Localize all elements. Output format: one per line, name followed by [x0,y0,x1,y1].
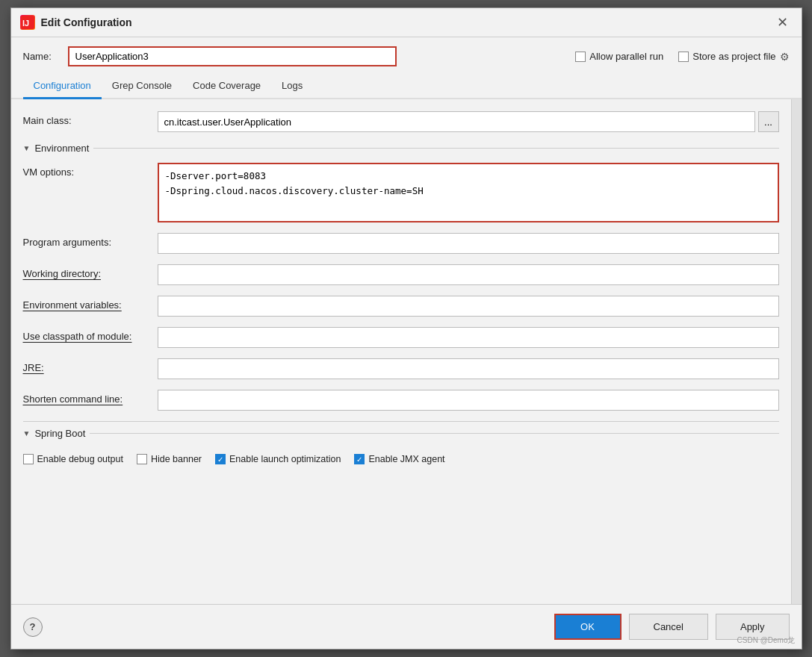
main-panel: Main class: ... ▼ Environment VM options… [11,99,791,604]
tab-code-coverage[interactable]: Code Coverage [182,74,271,99]
enable-jmx-agent-item: ✓ Enable JMX agent [354,454,444,464]
program-arguments-row: Program arguments: [23,233,779,254]
vm-options-label: VM options: [23,163,158,178]
store-as-project-file-group: Store as project file ⚙ [678,51,789,63]
enable-launch-optimization-checkbox[interactable]: ✓ [215,454,226,464]
environment-variables-row: Environment variables: [23,296,779,317]
environment-section-header: ▼ Environment [23,143,779,154]
hide-banner-checkbox[interactable] [137,454,147,464]
footer-bar: ? OK Cancel Apply [11,604,802,649]
main-class-label: Main class: [23,111,158,126]
svg-text:IJ: IJ [22,19,29,28]
spring-boot-checkboxes: Enable debug output Hide banner ✓ Enable… [23,448,779,470]
shorten-command-line-row: Shorten command line: [23,390,779,411]
tabs-bar: Configuration Grep Console Code Coverage… [11,74,802,99]
working-directory-label: Working directory: [23,264,158,279]
cancel-button[interactable]: Cancel [629,614,708,640]
scrollbar[interactable] [791,99,802,604]
enable-debug-output-checkbox[interactable] [23,454,34,464]
working-directory-input[interactable] [158,264,779,285]
title-bar: IJ Edit Configuration ✕ [11,8,802,37]
tab-grep-console[interactable]: Grep Console [102,74,182,99]
use-classpath-label: Use classpath of module: [23,327,158,342]
name-input[interactable] [68,46,397,66]
app-icon: IJ [20,15,35,30]
environment-section-title: Environment [34,143,89,154]
main-class-input-group: ... [158,111,779,132]
environment-variables-label: Environment variables: [23,296,158,311]
enable-debug-output-label[interactable]: Enable debug output [37,454,123,464]
environment-collapse-icon[interactable]: ▼ [23,144,31,152]
enable-jmx-agent-label[interactable]: Enable JMX agent [368,454,444,464]
vm-options-textarea[interactable]: -Dserver.port=8083 -Dspring.cloud.nacos.… [158,163,779,222]
use-classpath-row: Use classpath of module: [23,327,779,348]
jre-input[interactable] [158,358,779,379]
shorten-command-line-label: Shorten command line: [23,390,158,405]
use-classpath-input[interactable] [158,327,779,348]
store-as-project-file-checkbox[interactable] [678,52,689,62]
jre-row: JRE: [23,358,779,379]
tab-logs[interactable]: Logs [271,74,313,99]
program-arguments-label: Program arguments: [23,233,158,248]
enable-jmx-agent-checkbox[interactable]: ✓ [354,454,365,464]
ok-button[interactable]: OK [554,614,622,640]
spring-boot-section-header: ▼ Spring Boot [23,421,779,439]
hide-banner-label[interactable]: Hide banner [151,454,202,464]
store-as-project-file-label[interactable]: Store as project file [692,51,775,62]
watermark: CSDN @Demo龙 [737,635,796,646]
gear-icon[interactable]: ⚙ [780,51,790,63]
working-directory-row: Working directory: [23,264,779,285]
jre-label: JRE: [23,358,158,373]
main-class-input[interactable] [158,111,755,132]
environment-divider [93,148,778,149]
spring-boot-divider [90,433,778,434]
environment-variables-input[interactable] [158,296,779,317]
vm-options-row: VM options: -Dserver.port=8083 -Dspring.… [23,163,779,222]
dialog-title: Edit Configuration [41,16,132,28]
allow-parallel-run-checkbox[interactable] [575,52,586,62]
edit-configuration-dialog: IJ Edit Configuration ✕ Name: Allow para… [10,7,802,650]
name-row-right: Allow parallel run Store as project file… [575,51,789,63]
close-button[interactable]: ✕ [772,14,793,31]
hide-banner-item: Hide banner [137,454,202,464]
name-row: Name: Allow parallel run Store as projec… [11,37,802,74]
name-label: Name: [23,51,61,62]
content-area: Main class: ... ▼ Environment VM options… [11,99,802,604]
enable-launch-optimization-label[interactable]: Enable launch optimization [229,454,341,464]
main-class-browse-button[interactable]: ... [758,111,779,132]
allow-parallel-run-group: Allow parallel run [575,51,663,62]
shorten-command-line-input[interactable] [158,390,779,411]
enable-launch-optimization-item: ✓ Enable launch optimization [215,454,341,464]
main-class-row: Main class: ... [23,111,779,132]
spring-boot-collapse-icon[interactable]: ▼ [23,429,31,438]
tab-configuration[interactable]: Configuration [23,74,102,99]
help-button[interactable]: ? [23,617,43,637]
spring-boot-section-title: Spring Boot [34,428,85,439]
title-bar-left: IJ Edit Configuration [20,15,132,30]
allow-parallel-run-label[interactable]: Allow parallel run [589,51,663,62]
enable-debug-output-item: Enable debug output [23,454,123,464]
program-arguments-input[interactable] [158,233,779,254]
